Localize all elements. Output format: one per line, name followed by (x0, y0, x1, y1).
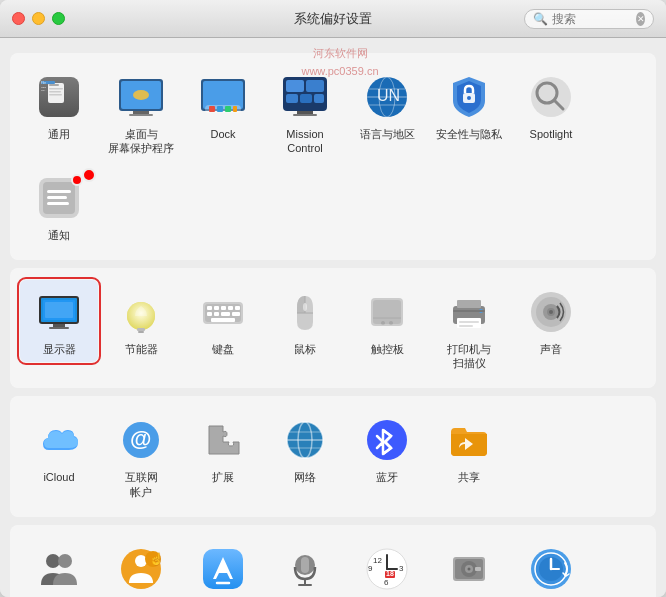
system-preferences-window: 系统偏好设置 🔍 ✕ 河东软件网 www.pc0359.cn (0, 0, 666, 597)
icon-bluetooth[interactable]: 蓝牙 (348, 408, 426, 490)
svg-rect-43 (47, 190, 71, 193)
label-mouse: 鼠标 (294, 342, 316, 356)
label-icloud: iCloud (43, 470, 74, 484)
icon-security[interactable]: 安全性与隐私 (430, 65, 508, 147)
svg-rect-80 (459, 325, 473, 327)
label-sound: 声音 (540, 342, 562, 356)
svg-rect-60 (221, 306, 226, 310)
label-bluetooth: 蓝牙 (376, 470, 398, 484)
label-trackpad: 触控板 (371, 342, 404, 356)
svg-point-74 (381, 321, 385, 325)
search-icon: 🔍 (533, 12, 548, 26)
icon-spotlight[interactable]: Spotlight (512, 65, 590, 147)
icon-sharing[interactable]: 共享 (430, 408, 508, 490)
icon-mouse[interactable]: 鼠标 (266, 280, 344, 362)
svg-point-37 (467, 96, 471, 100)
label-security: 安全性与隐私 (436, 127, 502, 141)
titlebar: 系统偏好设置 🔍 ✕ (0, 0, 666, 38)
svg-rect-66 (232, 312, 240, 316)
icon-desktop[interactable]: 桌面与 屏幕保护程序 (102, 65, 180, 162)
icon-parental-controls[interactable]: ☝ 家长控制 (102, 537, 180, 597)
svg-rect-24 (306, 80, 324, 92)
icon-internet-accounts[interactable]: @ 互联网 帐户 (102, 408, 180, 505)
svg-text:6: 6 (384, 578, 389, 587)
section-personal: File New Op... 通用 (10, 53, 656, 260)
svg-rect-64 (214, 312, 219, 316)
svg-rect-4 (49, 91, 61, 93)
label-energy: 节能器 (125, 342, 158, 356)
personal-icons-grid: File New Op... 通用 (20, 65, 646, 248)
svg-rect-72 (373, 300, 401, 324)
label-printer: 打印机与 扫描仪 (447, 342, 491, 371)
svg-rect-125 (475, 567, 481, 571)
section-internet: iCloud @ 互联网 帐户 (10, 396, 656, 517)
svg-rect-28 (297, 111, 313, 114)
label-spotlight: Spotlight (530, 127, 573, 141)
svg-rect-27 (314, 94, 324, 103)
svg-rect-23 (286, 80, 304, 92)
icon-dock[interactable]: Dock (184, 65, 262, 147)
label-sharing: 共享 (458, 470, 480, 484)
icon-energy[interactable]: 节能器 (102, 280, 180, 362)
icon-startup-disk[interactable]: 启动磁盘 (430, 537, 508, 597)
svg-point-75 (389, 321, 393, 325)
label-language: 语言与地区 (360, 127, 415, 141)
icon-datetime[interactable]: 12 3 6 9 18 日期与时间 (348, 537, 426, 597)
search-input[interactable] (552, 12, 632, 26)
svg-rect-62 (235, 306, 240, 310)
search-clear-button[interactable]: ✕ (636, 12, 645, 26)
svg-rect-67 (211, 318, 235, 322)
icon-mission-control[interactable]: Mission Control (266, 65, 344, 162)
label-general: 通用 (48, 127, 70, 141)
svg-rect-25 (286, 94, 298, 103)
icon-printer[interactable]: 打印机与 扫描仪 (430, 280, 508, 377)
close-button[interactable] (12, 12, 25, 25)
svg-rect-5 (49, 94, 62, 96)
label-mission-control: Mission Control (286, 127, 323, 156)
svg-rect-44 (47, 196, 67, 199)
hardware-icons-grid: 显示器 (20, 280, 646, 377)
main-content: File New Op... 通用 (0, 38, 666, 597)
label-keyboard: 键盘 (212, 342, 234, 356)
svg-rect-45 (47, 202, 69, 205)
label-desktop: 桌面与 屏幕保护程序 (108, 127, 174, 156)
icon-icloud[interactable]: iCloud (20, 408, 98, 490)
svg-rect-3 (49, 88, 63, 90)
svg-rect-59 (214, 306, 219, 310)
window-title: 系统偏好设置 (294, 10, 372, 28)
icon-trackpad[interactable]: 触控板 (348, 280, 426, 362)
label-network: 网络 (294, 470, 316, 484)
label-notification: 通知 (48, 228, 70, 242)
icon-appstore[interactable]: App Store (184, 537, 262, 597)
icon-keyboard[interactable]: 键盘 (184, 280, 262, 362)
svg-text:File: File (41, 81, 46, 85)
svg-text:@: @ (130, 426, 151, 451)
svg-point-124 (468, 568, 471, 571)
icon-notification[interactable]: 通知 (20, 166, 98, 248)
svg-rect-13 (133, 111, 149, 114)
icon-users[interactable]: 用户与群组 (20, 537, 98, 597)
icon-time-machine[interactable]: Time Machine (512, 537, 590, 597)
minimize-button[interactable] (32, 12, 45, 25)
icon-sound[interactable]: 声音 (512, 280, 590, 362)
icon-dictation[interactable]: 听写与语音 (266, 537, 344, 597)
svg-rect-107 (301, 557, 309, 573)
svg-rect-79 (459, 321, 479, 323)
search-box[interactable]: 🔍 ✕ (524, 9, 654, 29)
svg-point-70 (303, 303, 307, 311)
svg-rect-77 (457, 300, 481, 308)
svg-point-98 (58, 554, 72, 568)
icon-extensions[interactable]: 扩展 (184, 408, 262, 490)
svg-text:9: 9 (368, 564, 373, 573)
icon-language[interactable]: UN 语言与地区 (348, 65, 426, 147)
icon-general[interactable]: File New Op... 通用 (20, 65, 98, 147)
svg-rect-49 (49, 327, 69, 329)
svg-rect-82 (453, 310, 485, 312)
svg-point-100 (135, 555, 147, 567)
traffic-lights (12, 12, 65, 25)
icon-network[interactable]: 网络 (266, 408, 344, 490)
maximize-button[interactable] (52, 12, 65, 25)
icon-display[interactable]: 显示器 (20, 280, 98, 362)
svg-rect-21 (233, 106, 237, 112)
label-display: 显示器 (43, 342, 76, 356)
